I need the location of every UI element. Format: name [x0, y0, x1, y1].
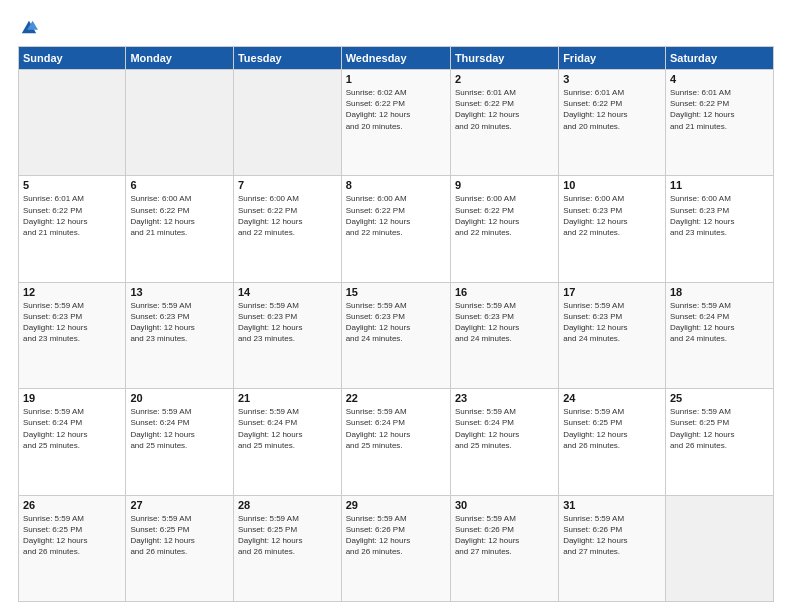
calendar-cell: 25Sunrise: 5:59 AM Sunset: 6:25 PM Dayli…: [665, 389, 773, 495]
day-info: Sunrise: 6:01 AM Sunset: 6:22 PM Dayligh…: [563, 87, 661, 132]
day-number: 13: [130, 286, 229, 298]
day-number: 26: [23, 499, 121, 511]
calendar-cell: 11Sunrise: 6:00 AM Sunset: 6:23 PM Dayli…: [665, 176, 773, 282]
day-info: Sunrise: 5:59 AM Sunset: 6:26 PM Dayligh…: [455, 513, 554, 558]
day-number: 21: [238, 392, 337, 404]
day-info: Sunrise: 5:59 AM Sunset: 6:23 PM Dayligh…: [455, 300, 554, 345]
day-info: Sunrise: 5:59 AM Sunset: 6:24 PM Dayligh…: [346, 406, 446, 451]
calendar-header-wednesday: Wednesday: [341, 47, 450, 70]
day-info: Sunrise: 6:01 AM Sunset: 6:22 PM Dayligh…: [23, 193, 121, 238]
calendar-cell: 31Sunrise: 5:59 AM Sunset: 6:26 PM Dayli…: [559, 495, 666, 601]
day-info: Sunrise: 5:59 AM Sunset: 6:25 PM Dayligh…: [130, 513, 229, 558]
calendar-cell: [19, 70, 126, 176]
day-number: 6: [130, 179, 229, 191]
day-number: 19: [23, 392, 121, 404]
calendar-header-thursday: Thursday: [450, 47, 558, 70]
day-info: Sunrise: 6:01 AM Sunset: 6:22 PM Dayligh…: [455, 87, 554, 132]
day-info: Sunrise: 6:01 AM Sunset: 6:22 PM Dayligh…: [670, 87, 769, 132]
day-info: Sunrise: 6:02 AM Sunset: 6:22 PM Dayligh…: [346, 87, 446, 132]
calendar-cell: 1Sunrise: 6:02 AM Sunset: 6:22 PM Daylig…: [341, 70, 450, 176]
day-number: 3: [563, 73, 661, 85]
calendar-cell: 2Sunrise: 6:01 AM Sunset: 6:22 PM Daylig…: [450, 70, 558, 176]
calendar-cell: 3Sunrise: 6:01 AM Sunset: 6:22 PM Daylig…: [559, 70, 666, 176]
logo-icon: [20, 18, 38, 36]
calendar-cell: 27Sunrise: 5:59 AM Sunset: 6:25 PM Dayli…: [126, 495, 234, 601]
day-info: Sunrise: 5:59 AM Sunset: 6:26 PM Dayligh…: [563, 513, 661, 558]
day-number: 20: [130, 392, 229, 404]
calendar-cell: [126, 70, 234, 176]
calendar-cell: 5Sunrise: 6:01 AM Sunset: 6:22 PM Daylig…: [19, 176, 126, 282]
day-number: 12: [23, 286, 121, 298]
day-number: 28: [238, 499, 337, 511]
calendar-cell: 12Sunrise: 5:59 AM Sunset: 6:23 PM Dayli…: [19, 282, 126, 388]
day-number: 1: [346, 73, 446, 85]
calendar-header-row: SundayMondayTuesdayWednesdayThursdayFrid…: [19, 47, 774, 70]
day-info: Sunrise: 5:59 AM Sunset: 6:24 PM Dayligh…: [130, 406, 229, 451]
calendar-cell: 22Sunrise: 5:59 AM Sunset: 6:24 PM Dayli…: [341, 389, 450, 495]
calendar-week-5: 26Sunrise: 5:59 AM Sunset: 6:25 PM Dayli…: [19, 495, 774, 601]
calendar-week-3: 12Sunrise: 5:59 AM Sunset: 6:23 PM Dayli…: [19, 282, 774, 388]
calendar-header-friday: Friday: [559, 47, 666, 70]
calendar: SundayMondayTuesdayWednesdayThursdayFrid…: [18, 46, 774, 602]
day-number: 18: [670, 286, 769, 298]
calendar-header-saturday: Saturday: [665, 47, 773, 70]
calendar-cell: 26Sunrise: 5:59 AM Sunset: 6:25 PM Dayli…: [19, 495, 126, 601]
day-number: 7: [238, 179, 337, 191]
calendar-cell: 21Sunrise: 5:59 AM Sunset: 6:24 PM Dayli…: [233, 389, 341, 495]
day-number: 5: [23, 179, 121, 191]
calendar-cell: 20Sunrise: 5:59 AM Sunset: 6:24 PM Dayli…: [126, 389, 234, 495]
day-info: Sunrise: 5:59 AM Sunset: 6:23 PM Dayligh…: [346, 300, 446, 345]
day-number: 15: [346, 286, 446, 298]
day-number: 24: [563, 392, 661, 404]
day-info: Sunrise: 5:59 AM Sunset: 6:23 PM Dayligh…: [23, 300, 121, 345]
day-info: Sunrise: 5:59 AM Sunset: 6:23 PM Dayligh…: [130, 300, 229, 345]
day-number: 16: [455, 286, 554, 298]
day-info: Sunrise: 5:59 AM Sunset: 6:25 PM Dayligh…: [563, 406, 661, 451]
day-number: 29: [346, 499, 446, 511]
header: [18, 18, 774, 36]
calendar-week-4: 19Sunrise: 5:59 AM Sunset: 6:24 PM Dayli…: [19, 389, 774, 495]
day-info: Sunrise: 5:59 AM Sunset: 6:23 PM Dayligh…: [563, 300, 661, 345]
day-info: Sunrise: 6:00 AM Sunset: 6:23 PM Dayligh…: [670, 193, 769, 238]
day-number: 17: [563, 286, 661, 298]
calendar-cell: 30Sunrise: 5:59 AM Sunset: 6:26 PM Dayli…: [450, 495, 558, 601]
day-number: 2: [455, 73, 554, 85]
day-info: Sunrise: 5:59 AM Sunset: 6:26 PM Dayligh…: [346, 513, 446, 558]
day-number: 22: [346, 392, 446, 404]
day-info: Sunrise: 5:59 AM Sunset: 6:24 PM Dayligh…: [455, 406, 554, 451]
calendar-header-sunday: Sunday: [19, 47, 126, 70]
calendar-cell: 9Sunrise: 6:00 AM Sunset: 6:22 PM Daylig…: [450, 176, 558, 282]
day-info: Sunrise: 6:00 AM Sunset: 6:22 PM Dayligh…: [346, 193, 446, 238]
day-number: 11: [670, 179, 769, 191]
day-number: 31: [563, 499, 661, 511]
day-info: Sunrise: 6:00 AM Sunset: 6:22 PM Dayligh…: [238, 193, 337, 238]
day-number: 27: [130, 499, 229, 511]
logo: [18, 18, 38, 36]
day-info: Sunrise: 5:59 AM Sunset: 6:23 PM Dayligh…: [238, 300, 337, 345]
day-info: Sunrise: 5:59 AM Sunset: 6:25 PM Dayligh…: [238, 513, 337, 558]
page: SundayMondayTuesdayWednesdayThursdayFrid…: [0, 0, 792, 612]
day-info: Sunrise: 5:59 AM Sunset: 6:25 PM Dayligh…: [670, 406, 769, 451]
day-info: Sunrise: 5:59 AM Sunset: 6:24 PM Dayligh…: [23, 406, 121, 451]
day-number: 4: [670, 73, 769, 85]
day-number: 23: [455, 392, 554, 404]
calendar-week-1: 1Sunrise: 6:02 AM Sunset: 6:22 PM Daylig…: [19, 70, 774, 176]
calendar-cell: 8Sunrise: 6:00 AM Sunset: 6:22 PM Daylig…: [341, 176, 450, 282]
day-number: 30: [455, 499, 554, 511]
calendar-cell: 17Sunrise: 5:59 AM Sunset: 6:23 PM Dayli…: [559, 282, 666, 388]
day-info: Sunrise: 6:00 AM Sunset: 6:23 PM Dayligh…: [563, 193, 661, 238]
day-info: Sunrise: 5:59 AM Sunset: 6:25 PM Dayligh…: [23, 513, 121, 558]
calendar-cell: 10Sunrise: 6:00 AM Sunset: 6:23 PM Dayli…: [559, 176, 666, 282]
calendar-header-tuesday: Tuesday: [233, 47, 341, 70]
calendar-cell: 24Sunrise: 5:59 AM Sunset: 6:25 PM Dayli…: [559, 389, 666, 495]
day-number: 14: [238, 286, 337, 298]
calendar-cell: 6Sunrise: 6:00 AM Sunset: 6:22 PM Daylig…: [126, 176, 234, 282]
day-info: Sunrise: 5:59 AM Sunset: 6:24 PM Dayligh…: [238, 406, 337, 451]
calendar-cell: 13Sunrise: 5:59 AM Sunset: 6:23 PM Dayli…: [126, 282, 234, 388]
day-info: Sunrise: 6:00 AM Sunset: 6:22 PM Dayligh…: [455, 193, 554, 238]
day-number: 8: [346, 179, 446, 191]
calendar-cell: 14Sunrise: 5:59 AM Sunset: 6:23 PM Dayli…: [233, 282, 341, 388]
calendar-cell: 15Sunrise: 5:59 AM Sunset: 6:23 PM Dayli…: [341, 282, 450, 388]
day-number: 25: [670, 392, 769, 404]
calendar-cell: 7Sunrise: 6:00 AM Sunset: 6:22 PM Daylig…: [233, 176, 341, 282]
